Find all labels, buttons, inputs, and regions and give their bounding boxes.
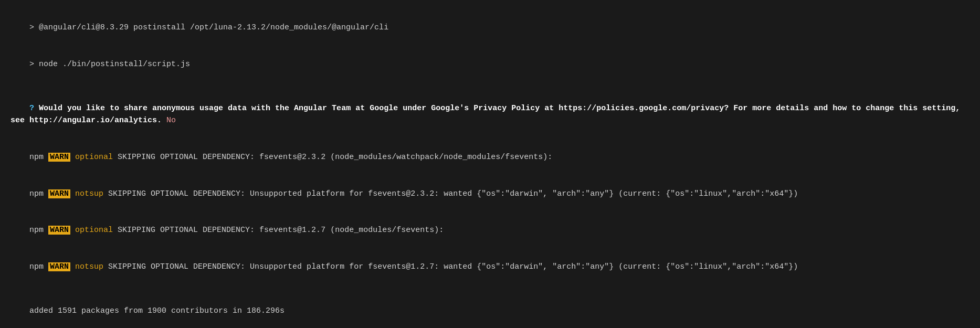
npm-warn-line-1: npm WARN optional SKIPPING OPTIONAL DEPE… [10,139,970,176]
optional-label-2: optional [70,226,118,235]
notsup-label-1: notsup [70,189,108,198]
npm-label-4: npm [29,262,48,271]
warn-text-1: SKIPPING OPTIONAL DEPENDENCY: fsevents@2… [118,153,552,162]
warn-badge-3: WARN [48,226,70,235]
question-line: ? Would you like to share anonymous usag… [10,90,970,139]
command-line-2: > node ./bin/postinstall/script.js [10,46,970,83]
warn-text-4: SKIPPING OPTIONAL DEPENDENCY: Unsupporte… [108,262,798,271]
warn-badge-1: WARN [48,153,70,162]
optional-label-1: optional [70,153,118,162]
command-line-1: > @angular/cli@8.3.29 postinstall /opt/l… [10,9,970,46]
prompt-gt-1: > @angular/cli@8.3.29 postinstall /opt/l… [29,23,388,32]
question-mark-icon: ? [29,104,39,113]
npm-warn-notsup-line-2: npm WARN notsup SKIPPING OPTIONAL DEPEND… [10,249,970,285]
notsup-label-2: notsup [70,262,108,271]
warn-text-3: SKIPPING OPTIONAL DEPENDENCY: fsevents@1… [118,226,444,235]
no-answer: No [166,116,176,125]
warn-badge-2: WARN [48,189,70,198]
added-packages-text: added 1591 packages from 1900 contributo… [29,306,284,315]
npm-label-2: npm [29,189,48,198]
npm-warn-notsup-line-1: npm WARN notsup SKIPPING OPTIONAL DEPEND… [10,175,970,212]
added-packages-line: added 1591 packages from 1900 contributo… [10,293,970,329]
prompt-gt-2: > node ./bin/postinstall/script.js [29,60,190,69]
warn-badge-4: WARN [48,262,70,271]
npm-label-3: npm [29,226,48,235]
npm-label-1: npm [29,153,48,162]
terminal: > @angular/cli@8.3.29 postinstall /opt/l… [10,9,970,328]
npm-warn-line-2: npm WARN optional SKIPPING OPTIONAL DEPE… [10,212,970,249]
warn-text-2: SKIPPING OPTIONAL DEPENDENCY: Unsupporte… [108,189,798,198]
question-text: Would you like to share anonymous usage … [10,104,965,125]
